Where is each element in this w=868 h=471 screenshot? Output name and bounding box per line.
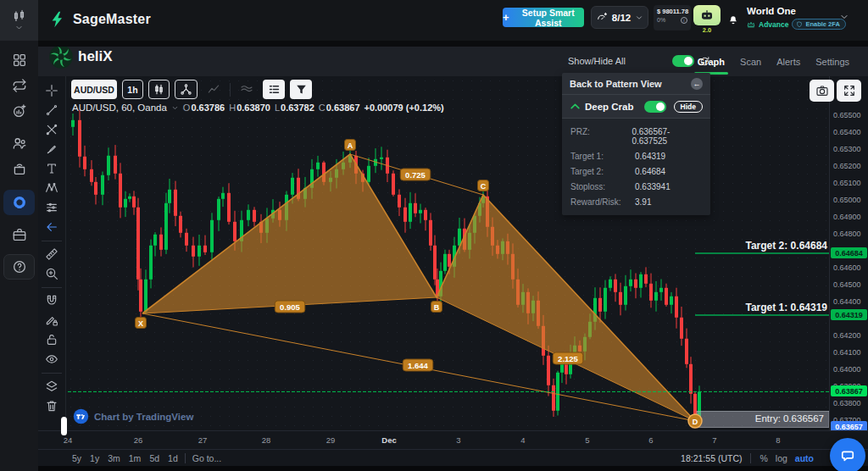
tab-alerts[interactable]: Alerts [776, 49, 800, 75]
tradingview-logo-icon [73, 408, 89, 424]
time-tick: Dec [381, 435, 396, 445]
clock[interactable]: 18:21:55 (UTC) [681, 453, 742, 463]
brush-tool[interactable] [41, 140, 63, 158]
range-5d[interactable]: 5d [149, 453, 159, 463]
range-1y[interactable]: 1y [90, 453, 99, 463]
dashboard-icon [12, 53, 27, 68]
ohlc-close: C0.63867 [319, 103, 360, 113]
usage-counter[interactable]: 8/12 [591, 6, 648, 29]
sidebar-item-strategies[interactable] [3, 73, 35, 98]
lock-drawings[interactable] [41, 330, 63, 349]
percent-scale-button[interactable]: % [760, 453, 767, 463]
setup-smart-assist-button[interactable]: +Setup Smart Assist [503, 8, 584, 27]
fullscreen-button[interactable] [837, 80, 861, 102]
range-1d[interactable]: 1d [168, 453, 178, 463]
balance-widget[interactable]: $ 98011.78 0%i [654, 5, 691, 30]
app-sidebar [0, 0, 38, 471]
zoom-in-tool[interactable] [41, 264, 63, 283]
app-window: SageMaster +Setup Smart Assist 8/12 $ 98… [0, 0, 868, 471]
forecast-tool[interactable] [41, 198, 63, 217]
goto-button[interactable]: Go to... [192, 453, 221, 463]
crosshair-tool[interactable] [41, 81, 63, 100]
magnet-icon [45, 294, 58, 308]
magnet-mode[interactable] [41, 291, 63, 310]
pattern-toggle[interactable] [644, 101, 666, 113]
hide-drawings[interactable] [41, 350, 63, 368]
waves-toggle[interactable] [236, 80, 258, 98]
chat-launcher-button[interactable] [830, 438, 865, 471]
legend-symbol[interactable]: AUD/USD, 60, Oanda [72, 103, 167, 113]
xabcd-pattern-tool[interactable] [41, 179, 63, 197]
user-menu[interactable]: World One Advance Enable 2FA [747, 6, 846, 30]
tab-settings[interactable]: Settings [815, 49, 849, 75]
range-5y[interactable]: 5y [72, 453, 81, 463]
chevron-down-icon[interactable] [839, 12, 849, 22]
line-chart-toggle[interactable] [203, 80, 225, 98]
text-icon [45, 162, 58, 175]
drawing-mode-lock[interactable] [41, 311, 63, 330]
show-hide-label: Show/Hide All [562, 56, 672, 66]
tab-scan[interactable]: Scan [740, 49, 761, 75]
back-to-pattern-view[interactable]: Back to Pattern View ← [562, 73, 710, 95]
range-1m[interactable]: 1m [129, 453, 142, 463]
notifications-bell-icon[interactable] [726, 11, 740, 26]
range-3m[interactable]: 3m [108, 453, 120, 463]
tradingview-attribution[interactable]: Chart by TradingView [73, 408, 193, 424]
brand[interactable]: SageMaster [48, 9, 151, 30]
fib-tool[interactable] [41, 120, 63, 139]
text-tool[interactable] [41, 159, 63, 178]
sidebar-item-delivery[interactable] [3, 156, 35, 181]
remove-drawings[interactable] [41, 396, 63, 415]
assistant-widget[interactable]: 2.0 [693, 5, 721, 34]
snapshot-button[interactable] [810, 80, 834, 102]
sidebar-item-markets[interactable] [0, 0, 38, 41]
compare-button[interactable] [175, 80, 198, 99]
object-tree[interactable] [41, 377, 63, 396]
collapse-toolbar[interactable] [41, 218, 63, 236]
ohlc-open: O0.63786 [183, 103, 225, 113]
trend-line-tool[interactable] [41, 101, 63, 119]
price-axis-label: 0.63867 [831, 385, 867, 396]
price-axis[interactable]: 0.655000.654000.653000.652000.651000.650… [829, 76, 868, 430]
watchlist-button[interactable] [263, 80, 285, 99]
measure-tool[interactable] [41, 245, 63, 263]
sidebar-item-help[interactable] [3, 254, 35, 280]
balance-value: $ 98011.78 [657, 8, 687, 15]
sidebar-item-dashboard[interactable] [3, 47, 35, 73]
chart-legend[interactable]: AUD/USD, 60, Oanda O0.63786 H0.63870 L0.… [72, 103, 444, 113]
chart-style-button[interactable] [148, 80, 170, 99]
enable-2fa-badge[interactable]: Enable 2FA [792, 19, 845, 30]
pane-resize-handle[interactable] [61, 417, 67, 435]
price-tick: 0.64000 [833, 365, 861, 374]
ohlc-high: H0.63870 [229, 103, 270, 113]
sidebar-item-helix-active[interactable] [3, 190, 35, 215]
sidebar-item-copy-trading[interactable] [3, 130, 35, 156]
pattern-stat-row: Reward/Risk:3.91 [562, 194, 710, 209]
time-axis[interactable]: 2426272829Dec345678 [38, 430, 868, 449]
candlestick-chart[interactable]: 0.7250.9051.6442.125XABCD [66, 76, 829, 430]
bottom-strip [0, 466, 868, 471]
show-hide-all-row: Show/Hide All [562, 51, 710, 71]
chevron-down-icon [15, 24, 23, 31]
log-scale-button[interactable]: log [776, 453, 787, 463]
interval-button[interactable]: 1h [122, 80, 143, 99]
svg-text:1.644: 1.644 [408, 361, 428, 370]
time-tick: 4 [520, 435, 525, 445]
show-hide-toggle[interactable] [672, 55, 694, 67]
symbol-button[interactable]: AUD/USD [71, 80, 117, 99]
eye-icon [45, 352, 58, 366]
filter-button[interactable] [290, 80, 312, 99]
price-tick: 0.65200 [833, 162, 861, 170]
pattern-stat-row: Target 2:0.64684 [562, 163, 710, 179]
hide-pattern-button[interactable]: Hide [674, 101, 703, 113]
price-tick: 0.65300 [833, 145, 861, 153]
stat-label: Reward/Risk: [570, 197, 635, 207]
fib-tool-icon [45, 123, 58, 136]
refresh-patterns-icon[interactable] [699, 56, 710, 67]
price-tick: 0.64600 [833, 263, 861, 272]
trend-line-icon [45, 103, 58, 117]
sidebar-item-portfolio[interactable] [3, 222, 35, 247]
time-tick: 28 [262, 435, 271, 445]
sidebar-item-performance[interactable] [3, 98, 35, 124]
auto-scale-button[interactable]: auto [795, 453, 814, 463]
